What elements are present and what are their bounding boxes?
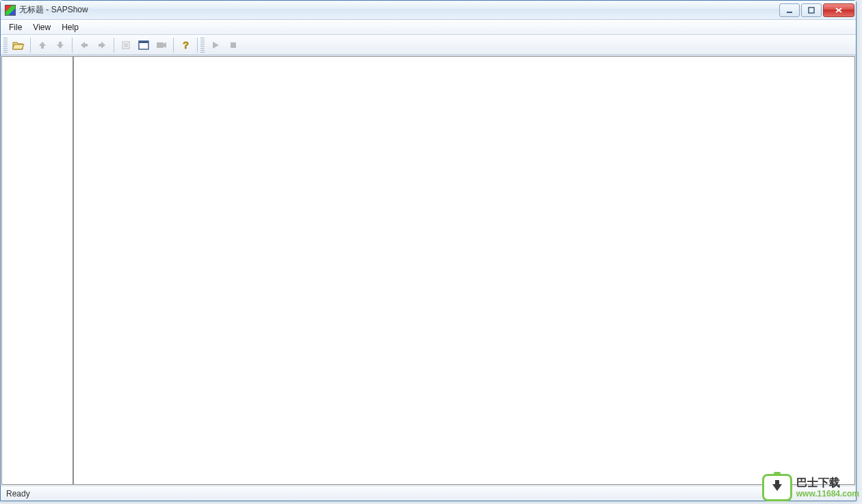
menubar: File View Help <box>1 20 856 35</box>
svg-rect-9 <box>139 41 148 43</box>
maximize-button[interactable] <box>801 3 822 17</box>
up-arrow-icon <box>38 40 47 50</box>
down-arrow-icon <box>55 40 65 50</box>
help-icon: ? <box>181 40 190 51</box>
watermark: 巴士下载 www.11684.com <box>762 474 859 501</box>
toolbar: ? <box>1 35 856 55</box>
svg-rect-12 <box>231 42 236 48</box>
window-controls <box>779 3 854 17</box>
record-button <box>153 37 170 53</box>
open-icon <box>12 40 25 51</box>
svg-rect-1 <box>809 8 814 13</box>
fullscreen-icon <box>138 40 149 50</box>
play-button <box>207 37 224 53</box>
svg-rect-10 <box>157 42 164 48</box>
stop-icon <box>229 41 237 49</box>
status-text: Ready <box>6 489 30 499</box>
close-icon <box>835 7 843 14</box>
fullscreen-button[interactable] <box>135 37 152 53</box>
toolbar-separator <box>30 38 31 53</box>
toolbar-separator <box>72 38 73 53</box>
help-button[interactable]: ? <box>177 37 194 53</box>
side-panel[interactable] <box>2 57 74 484</box>
stop-button <box>225 37 241 53</box>
maximize-icon <box>808 7 815 14</box>
list-icon <box>121 40 131 50</box>
content-area <box>1 56 855 485</box>
toolbar-grip[interactable] <box>200 38 205 53</box>
menu-help[interactable]: Help <box>56 21 84 34</box>
menu-file[interactable]: File <box>3 21 27 34</box>
main-panel[interactable] <box>74 57 854 484</box>
toolbar-grip[interactable] <box>3 38 8 53</box>
forward-button <box>94 37 110 53</box>
titlebar-drag-area[interactable] <box>88 1 779 19</box>
open-button[interactable] <box>10 37 27 53</box>
menu-view[interactable]: View <box>27 21 56 34</box>
download-arrow-icon <box>772 484 782 491</box>
watermark-icon <box>762 474 792 501</box>
play-icon <box>211 41 220 49</box>
toolbar-separator <box>173 38 174 53</box>
camera-icon <box>156 40 167 50</box>
window-title: 无标题 - SAPShow <box>19 4 88 16</box>
minimize-button[interactable] <box>779 3 800 17</box>
titlebar: 无标题 - SAPShow <box>1 1 856 20</box>
watermark-label: 巴士下载 <box>796 476 859 489</box>
toolbar-separator <box>114 38 114 53</box>
statusbar: Ready <box>1 486 856 501</box>
down-button <box>52 37 68 53</box>
watermark-url: www.11684.com <box>796 489 859 499</box>
app-window: 无标题 - SAPShow File View Help <box>0 0 857 501</box>
app-icon <box>5 5 16 16</box>
list-button <box>118 37 134 53</box>
svg-text:?: ? <box>183 40 189 51</box>
minimize-icon <box>786 7 793 14</box>
back-button <box>76 37 92 53</box>
back-arrow-icon <box>79 40 89 50</box>
svg-rect-0 <box>787 12 792 13</box>
close-button[interactable] <box>823 3 854 17</box>
toolbar-separator <box>197 38 198 53</box>
watermark-text: 巴士下载 www.11684.com <box>796 476 859 499</box>
forward-arrow-icon <box>97 40 107 50</box>
up-button <box>34 37 51 53</box>
